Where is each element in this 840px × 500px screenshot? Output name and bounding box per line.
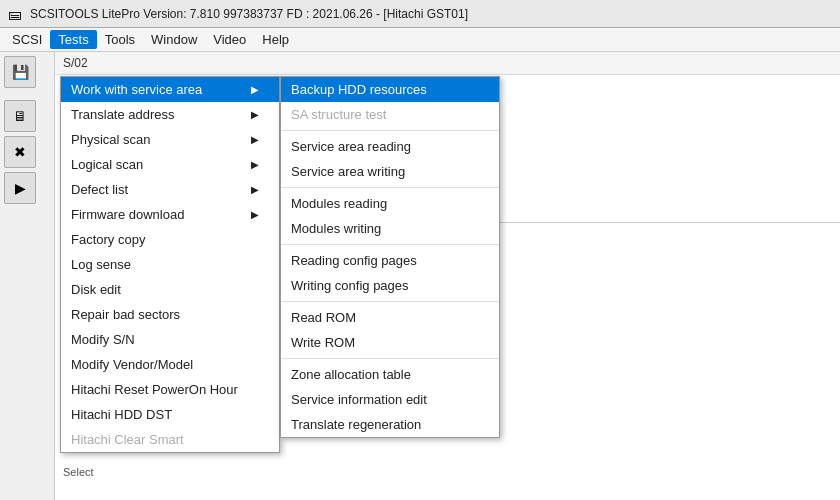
- tests-menu: Work with service area ▶ Translate addre…: [60, 76, 280, 453]
- menu-item-hitachi-clear-smart: Hitachi Clear Smart: [61, 427, 279, 452]
- app-icon: 🖴: [8, 6, 22, 22]
- separator-1: [281, 130, 499, 131]
- menu-item-backup-hdd[interactable]: Backup HDD resources: [281, 77, 499, 102]
- separator-5: [281, 358, 499, 359]
- menu-item-service-area-reading[interactable]: Service area reading: [281, 134, 499, 159]
- service-area-menu: Backup HDD resources SA structure test S…: [280, 76, 500, 438]
- submenu-arrow: ▶: [251, 159, 259, 170]
- menu-item-firmware-download[interactable]: Firmware download ▶: [61, 202, 279, 227]
- menu-item-factory-copy[interactable]: Factory copy: [61, 227, 279, 252]
- menu-window[interactable]: Window: [143, 30, 205, 49]
- menu-item-log-sense[interactable]: Log sense: [61, 252, 279, 277]
- submenu-arrow: ▶: [251, 184, 259, 195]
- menu-item-write-rom[interactable]: Write ROM: [281, 330, 499, 355]
- menu-item-work-service-area[interactable]: Work with service area ▶: [61, 77, 279, 102]
- menu-item-modules-reading[interactable]: Modules reading: [281, 191, 499, 216]
- menu-item-service-area-writing[interactable]: Service area writing: [281, 159, 499, 184]
- menu-item-modify-vendor-model[interactable]: Modify Vendor/Model: [61, 352, 279, 377]
- menu-item-translate-address[interactable]: Translate address ▶: [61, 102, 279, 127]
- menu-tests[interactable]: Tests: [50, 30, 96, 49]
- menu-item-disk-edit[interactable]: Disk edit: [61, 277, 279, 302]
- menu-item-zone-allocation-table[interactable]: Zone allocation table: [281, 362, 499, 387]
- select-icon[interactable]: ▶: [4, 172, 36, 204]
- menu-item-reading-config-pages[interactable]: Reading config pages: [281, 248, 499, 273]
- separator-3: [281, 244, 499, 245]
- menu-help[interactable]: Help: [254, 30, 297, 49]
- menu-tools[interactable]: Tools: [97, 30, 143, 49]
- separator-2: [281, 187, 499, 188]
- menu-video[interactable]: Video: [205, 30, 254, 49]
- menu-item-defect-list[interactable]: Defect list ▶: [61, 177, 279, 202]
- close-icon[interactable]: ✖: [4, 136, 36, 168]
- left-panel: 💾 🖥 ✖ ▶: [0, 52, 55, 500]
- menu-item-physical-scan[interactable]: Physical scan ▶: [61, 127, 279, 152]
- menu-item-hitachi-hdd-dst[interactable]: Hitachi HDD DST: [61, 402, 279, 427]
- main-area: 💾 🖥 ✖ ▶ S/02 HDD Vendor/M Revision Seria…: [0, 52, 840, 500]
- menu-item-modules-writing[interactable]: Modules writing: [281, 216, 499, 241]
- menu-bar: SCSI Tests Tools Window Video Help: [0, 28, 840, 52]
- menu-item-modify-sn[interactable]: Modify S/N: [61, 327, 279, 352]
- hdd-icon[interactable]: 🖥: [4, 100, 36, 132]
- title-bar: 🖴 SCSITOOLS LitePro Version: 7.810 99738…: [0, 0, 840, 28]
- submenu-arrow: ▶: [251, 134, 259, 145]
- menu-item-read-rom[interactable]: Read ROM: [281, 305, 499, 330]
- menu-item-service-information-edit[interactable]: Service information edit: [281, 387, 499, 412]
- menu-item-sa-structure-test: SA structure test: [281, 102, 499, 127]
- submenu-arrow: ▶: [251, 84, 259, 95]
- menu-item-writing-config-pages[interactable]: Writing config pages: [281, 273, 499, 298]
- menu-item-translate-regeneration[interactable]: Translate regeneration: [281, 412, 499, 437]
- title-text: SCSITOOLS LitePro Version: 7.810 9973837…: [30, 7, 468, 21]
- menu-scsi[interactable]: SCSI: [4, 30, 50, 49]
- menu-item-logical-scan[interactable]: Logical scan ▶: [61, 152, 279, 177]
- submenu-arrow: ▶: [251, 209, 259, 220]
- menu-item-hitachi-reset[interactable]: Hitachi Reset PowerOn Hour: [61, 377, 279, 402]
- select-label: Select: [63, 466, 94, 478]
- device-header-label: S/02: [63, 56, 88, 70]
- submenu-arrow: ▶: [251, 109, 259, 120]
- drive-icon[interactable]: 💾: [4, 56, 36, 88]
- menu-item-repair-bad-sectors[interactable]: Repair bad sectors: [61, 302, 279, 327]
- separator-4: [281, 301, 499, 302]
